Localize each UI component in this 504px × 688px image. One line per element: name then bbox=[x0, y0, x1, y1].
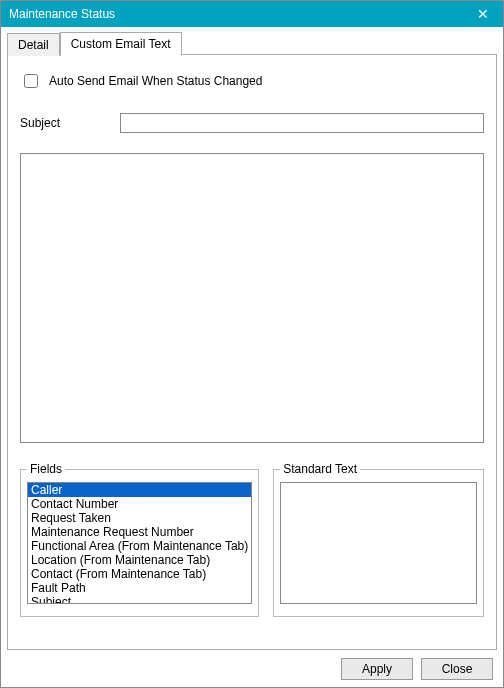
standard-text-legend: Standard Text bbox=[280, 462, 360, 476]
fields-legend: Fields bbox=[27, 462, 65, 476]
fields-group: Fields CallerContact NumberRequest Taken… bbox=[20, 462, 259, 617]
auto-send-label: Auto Send Email When Status Changed bbox=[49, 74, 262, 88]
fields-list-item[interactable]: Maintenance Request Number bbox=[28, 525, 251, 539]
dialog-buttons: Apply Close bbox=[1, 650, 503, 688]
fields-list-item[interactable]: Contact Number bbox=[28, 497, 251, 511]
fields-list-item[interactable]: Contact (From Maintenance Tab) bbox=[28, 567, 251, 581]
close-button[interactable]: Close bbox=[421, 658, 493, 680]
fields-list-item[interactable]: Fault Path bbox=[28, 581, 251, 595]
close-icon: ✕ bbox=[477, 6, 489, 22]
bottom-groups: Fields CallerContact NumberRequest Taken… bbox=[20, 462, 484, 617]
auto-send-row: Auto Send Email When Status Changed bbox=[20, 71, 484, 91]
subject-input[interactable] bbox=[120, 113, 484, 133]
fields-list-item[interactable]: Request Taken bbox=[28, 511, 251, 525]
tabs: Detail Custom Email Text bbox=[7, 31, 497, 55]
tab-custom-email-text[interactable]: Custom Email Text bbox=[60, 32, 182, 56]
fields-list-item[interactable]: Subject bbox=[28, 595, 251, 604]
standard-text-textarea[interactable] bbox=[280, 482, 477, 604]
tab-panel-custom-email: Auto Send Email When Status Changed Subj… bbox=[7, 54, 497, 650]
window-title: Maintenance Status bbox=[9, 7, 463, 21]
apply-button[interactable]: Apply bbox=[341, 658, 413, 680]
tab-detail[interactable]: Detail bbox=[7, 33, 60, 56]
tabs-container: Detail Custom Email Text Auto Send Email… bbox=[1, 27, 503, 650]
window-close-button[interactable]: ✕ bbox=[463, 1, 503, 27]
fields-list-item[interactable]: Caller bbox=[28, 483, 251, 497]
subject-label: Subject bbox=[20, 116, 110, 130]
standard-text-group: Standard Text bbox=[273, 462, 484, 617]
subject-row: Subject bbox=[20, 113, 484, 133]
fields-list-item[interactable]: Location (From Maintenance Tab) bbox=[28, 553, 251, 567]
auto-send-checkbox[interactable] bbox=[24, 74, 38, 88]
email-body-textarea[interactable] bbox=[20, 153, 484, 443]
titlebar: Maintenance Status ✕ bbox=[1, 1, 503, 27]
fields-listbox[interactable]: CallerContact NumberRequest TakenMainten… bbox=[27, 482, 252, 604]
fields-list-item[interactable]: Functional Area (From Maintenance Tab) bbox=[28, 539, 251, 553]
